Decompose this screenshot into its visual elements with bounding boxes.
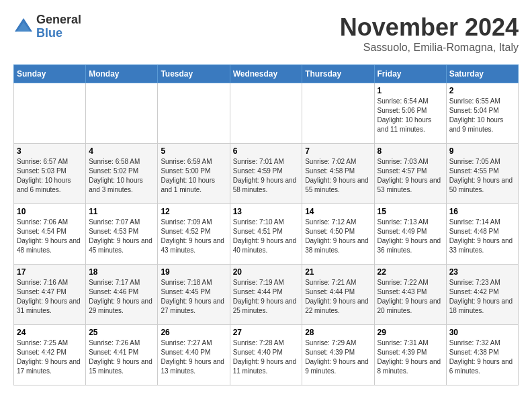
day-number: 7 xyxy=(305,146,371,156)
day-info: Sunrise: 7:21 AMSunset: 4:44 PMDaylight:… xyxy=(305,278,371,316)
day-number: 29 xyxy=(378,328,443,337)
table-row xyxy=(14,83,86,144)
day-number: 12 xyxy=(161,207,226,216)
day-info: Sunrise: 6:58 AMSunset: 5:02 PMDaylight:… xyxy=(89,157,154,195)
day-number: 24 xyxy=(17,328,83,337)
day-info: Sunrise: 7:14 AMSunset: 4:48 PMDaylight:… xyxy=(449,218,515,255)
day-number: 27 xyxy=(233,328,300,337)
calendar-week-row: 1Sunrise: 6:54 AMSunset: 5:06 PMDaylight… xyxy=(14,83,519,144)
header-sunday: Sunday xyxy=(14,65,86,83)
day-number: 28 xyxy=(305,328,371,337)
table-row xyxy=(230,83,302,144)
day-info: Sunrise: 7:09 AMSunset: 4:52 PMDaylight:… xyxy=(161,218,226,255)
day-number: 19 xyxy=(161,267,226,277)
table-row: 23Sunrise: 7:23 AMSunset: 4:42 PMDayligh… xyxy=(446,265,518,325)
day-info: Sunrise: 7:23 AMSunset: 4:42 PMDaylight:… xyxy=(449,278,515,316)
logo: General Blue xyxy=(13,13,81,40)
day-number: 25 xyxy=(89,328,154,337)
header-friday: Friday xyxy=(374,65,446,83)
table-row xyxy=(86,83,158,144)
day-info: Sunrise: 7:13 AMSunset: 4:49 PMDaylight:… xyxy=(378,218,443,255)
table-row: 10Sunrise: 7:06 AMSunset: 4:54 PMDayligh… xyxy=(14,204,86,265)
logo-text: General Blue xyxy=(36,13,81,40)
table-row: 5Sunrise: 6:59 AMSunset: 5:00 PMDaylight… xyxy=(158,144,230,204)
table-row: 25Sunrise: 7:26 AMSunset: 4:41 PMDayligh… xyxy=(86,325,158,385)
day-info: Sunrise: 7:22 AMSunset: 4:43 PMDaylight:… xyxy=(378,278,443,316)
day-info: Sunrise: 7:29 AMSunset: 4:39 PMDaylight:… xyxy=(305,338,371,376)
calendar-week-row: 10Sunrise: 7:06 AMSunset: 4:54 PMDayligh… xyxy=(14,204,519,265)
day-number: 26 xyxy=(161,328,226,337)
calendar-table: Sunday Monday Tuesday Wednesday Thursday… xyxy=(13,64,519,385)
day-number: 18 xyxy=(89,267,154,277)
table-row: 8Sunrise: 7:03 AMSunset: 4:57 PMDaylight… xyxy=(374,144,446,204)
day-info: Sunrise: 7:06 AMSunset: 4:54 PMDaylight:… xyxy=(17,218,83,255)
day-info: Sunrise: 6:54 AMSunset: 5:06 PMDaylight:… xyxy=(378,97,443,134)
day-number: 22 xyxy=(378,267,443,277)
table-row: 30Sunrise: 7:32 AMSunset: 4:38 PMDayligh… xyxy=(446,325,518,385)
day-info: Sunrise: 7:05 AMSunset: 4:55 PMDaylight:… xyxy=(449,157,515,195)
day-number: 6 xyxy=(233,146,300,156)
table-row: 22Sunrise: 7:22 AMSunset: 4:43 PMDayligh… xyxy=(374,265,446,325)
day-number: 13 xyxy=(233,207,300,216)
day-info: Sunrise: 7:26 AMSunset: 4:41 PMDaylight:… xyxy=(89,338,154,376)
day-number: 2 xyxy=(449,86,515,95)
logo-general-text: General xyxy=(36,13,81,27)
calendar-week-row: 24Sunrise: 7:25 AMSunset: 4:42 PMDayligh… xyxy=(14,325,519,385)
table-row: 12Sunrise: 7:09 AMSunset: 4:52 PMDayligh… xyxy=(158,204,230,265)
logo-icon xyxy=(13,17,34,37)
day-number: 10 xyxy=(17,207,83,216)
day-info: Sunrise: 7:03 AMSunset: 4:57 PMDaylight:… xyxy=(378,157,443,195)
day-info: Sunrise: 7:02 AMSunset: 4:58 PMDaylight:… xyxy=(305,157,371,195)
table-row: 19Sunrise: 7:18 AMSunset: 4:45 PMDayligh… xyxy=(158,265,230,325)
table-row: 26Sunrise: 7:27 AMSunset: 4:40 PMDayligh… xyxy=(158,325,230,385)
day-info: Sunrise: 7:07 AMSunset: 4:53 PMDaylight:… xyxy=(89,218,154,255)
day-info: Sunrise: 7:31 AMSunset: 4:39 PMDaylight:… xyxy=(378,338,443,376)
table-row: 7Sunrise: 7:02 AMSunset: 4:58 PMDaylight… xyxy=(302,144,374,204)
header-wednesday: Wednesday xyxy=(230,65,302,83)
day-number: 9 xyxy=(449,146,515,156)
logo-blue-text: Blue xyxy=(36,27,81,40)
day-number: 14 xyxy=(305,207,371,216)
day-number: 16 xyxy=(449,207,515,216)
table-row: 29Sunrise: 7:31 AMSunset: 4:39 PMDayligh… xyxy=(374,325,446,385)
month-title: November 2024 xyxy=(340,13,519,42)
day-info: Sunrise: 7:17 AMSunset: 4:46 PMDaylight:… xyxy=(89,278,154,316)
header-saturday: Saturday xyxy=(446,65,518,83)
day-info: Sunrise: 7:10 AMSunset: 4:51 PMDaylight:… xyxy=(233,218,300,255)
header-monday: Monday xyxy=(86,65,158,83)
table-row: 4Sunrise: 6:58 AMSunset: 5:02 PMDaylight… xyxy=(86,144,158,204)
day-number: 5 xyxy=(161,146,226,156)
day-info: Sunrise: 7:12 AMSunset: 4:50 PMDaylight:… xyxy=(305,218,371,255)
table-row: 18Sunrise: 7:17 AMSunset: 4:46 PMDayligh… xyxy=(86,265,158,325)
table-row: 27Sunrise: 7:28 AMSunset: 4:40 PMDayligh… xyxy=(230,325,302,385)
day-number: 1 xyxy=(378,86,443,95)
table-row: 15Sunrise: 7:13 AMSunset: 4:49 PMDayligh… xyxy=(374,204,446,265)
table-row: 13Sunrise: 7:10 AMSunset: 4:51 PMDayligh… xyxy=(230,204,302,265)
day-number: 30 xyxy=(449,328,515,337)
day-number: 15 xyxy=(378,207,443,216)
day-info: Sunrise: 7:25 AMSunset: 4:42 PMDaylight:… xyxy=(17,338,83,376)
title-section: November 2024 Sassuolo, Emilia-Romagna, … xyxy=(340,13,519,54)
table-row: 9Sunrise: 7:05 AMSunset: 4:55 PMDaylight… xyxy=(446,144,518,204)
table-row: 17Sunrise: 7:16 AMSunset: 4:47 PMDayligh… xyxy=(14,265,86,325)
day-number: 8 xyxy=(378,146,443,156)
table-row: 16Sunrise: 7:14 AMSunset: 4:48 PMDayligh… xyxy=(446,204,518,265)
day-info: Sunrise: 7:28 AMSunset: 4:40 PMDaylight:… xyxy=(233,338,300,376)
table-row xyxy=(158,83,230,144)
header-thursday: Thursday xyxy=(302,65,374,83)
day-info: Sunrise: 6:55 AMSunset: 5:04 PMDaylight:… xyxy=(449,97,515,134)
table-row: 21Sunrise: 7:21 AMSunset: 4:44 PMDayligh… xyxy=(302,265,374,325)
day-number: 23 xyxy=(449,267,515,277)
day-info: Sunrise: 7:16 AMSunset: 4:47 PMDaylight:… xyxy=(17,278,83,316)
day-number: 21 xyxy=(305,267,371,277)
calendar-header-row: Sunday Monday Tuesday Wednesday Thursday… xyxy=(14,65,519,83)
day-number: 11 xyxy=(89,207,154,216)
day-info: Sunrise: 7:32 AMSunset: 4:38 PMDaylight:… xyxy=(449,338,515,376)
table-row: 2Sunrise: 6:55 AMSunset: 5:04 PMDaylight… xyxy=(446,83,518,144)
day-info: Sunrise: 7:18 AMSunset: 4:45 PMDaylight:… xyxy=(161,278,226,316)
page-header: General Blue November 2024 Sassuolo, Emi… xyxy=(13,13,519,54)
day-info: Sunrise: 6:59 AMSunset: 5:00 PMDaylight:… xyxy=(161,157,226,195)
table-row: 1Sunrise: 6:54 AMSunset: 5:06 PMDaylight… xyxy=(374,83,446,144)
table-row: 11Sunrise: 7:07 AMSunset: 4:53 PMDayligh… xyxy=(86,204,158,265)
day-info: Sunrise: 7:01 AMSunset: 4:59 PMDaylight:… xyxy=(233,157,300,195)
